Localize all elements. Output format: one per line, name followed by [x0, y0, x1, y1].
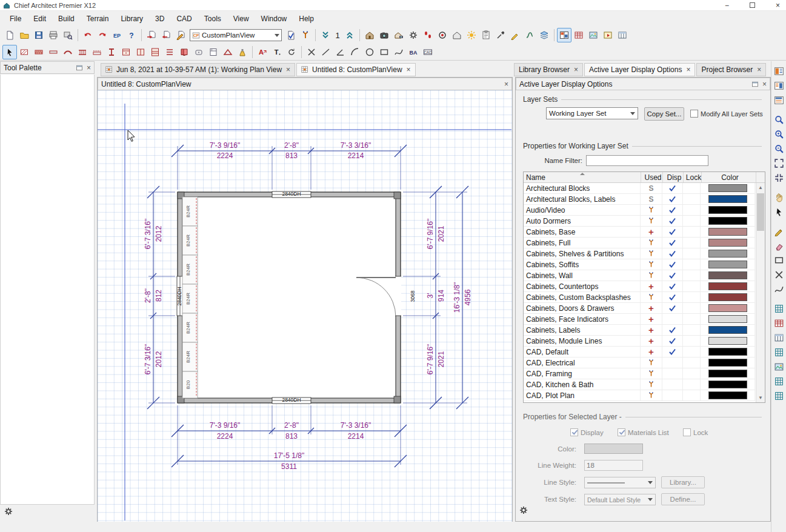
draw-line-button[interactable]: [319, 45, 333, 59]
layer-lock-cell[interactable]: [683, 194, 701, 204]
layer-disp-cell[interactable]: [662, 216, 683, 226]
layer-lock-cell[interactable]: [683, 183, 701, 193]
redo-button[interactable]: [95, 28, 110, 42]
maximize-button[interactable]: [750, 2, 755, 8]
panel-tab-2[interactable]: Project Browser×: [696, 63, 766, 76]
layer-disp-cell[interactable]: [662, 205, 683, 215]
layer-used-cell[interactable]: S: [641, 183, 662, 193]
layer-name-cell[interactable]: Cabinets, Full: [524, 238, 641, 248]
layer-row[interactable]: Cabinets, Countertops+: [524, 281, 755, 292]
layer-color-cell[interactable]: [701, 292, 755, 302]
side-delete-objects-button[interactable]: [773, 268, 785, 281]
room-walls[interactable]: [178, 192, 401, 403]
column-button[interactable]: [104, 45, 119, 59]
close-drawing-window-icon[interactable]: ×: [504, 80, 508, 88]
layer-name-cell[interactable]: CAD, Electrical: [524, 357, 641, 368]
column-header-name[interactable]: Name: [524, 172, 641, 182]
menu-cad[interactable]: CAD: [170, 12, 198, 25]
help-button[interactable]: ?: [124, 28, 139, 42]
render-settings-button[interactable]: [406, 28, 421, 42]
saved-plan-view-options-button[interactable]: [284, 28, 298, 42]
layer-lock-cell[interactable]: [683, 325, 701, 335]
layer-color-cell[interactable]: [701, 281, 755, 291]
side-zoom-in-button[interactable]: [773, 128, 785, 141]
layer-color-cell[interactable]: [701, 336, 755, 346]
side-reference-grid-button[interactable]: [773, 302, 785, 315]
layer-lock-cell[interactable]: [683, 270, 701, 281]
layer-name-cell[interactable]: Cabinets, Custom Backsplashes: [524, 292, 641, 302]
close-tab-icon[interactable]: ×: [686, 65, 690, 74]
text-tool-button[interactable]: A: [255, 45, 270, 59]
layer-name-cell[interactable]: CAD, Framing: [524, 368, 641, 379]
scrollbar-thumb[interactable]: [757, 193, 764, 231]
layer-used-cell[interactable]: [641, 259, 662, 270]
layer-name-cell[interactable]: Cabinets, Face Indicators: [524, 314, 641, 324]
down-one-floor-button[interactable]: [318, 28, 333, 42]
side-library-browser-button[interactable]: [773, 79, 785, 92]
layer-disp-cell[interactable]: [662, 390, 683, 401]
layer-row[interactable]: Cabinets, Doors & Drawers+: [524, 303, 755, 314]
adjust-sunlight-button[interactable]: [464, 28, 479, 42]
side-plan-display-options-button[interactable]: [773, 65, 785, 78]
layer-disp-cell[interactable]: [662, 238, 683, 248]
layer-color-cell[interactable]: [701, 205, 755, 215]
text-rotate-tool-button[interactable]: [284, 45, 299, 59]
layer-name-cell[interactable]: Cabinets, Doors & Drawers: [524, 303, 641, 313]
layer-lock-cell[interactable]: [683, 357, 701, 368]
float-panel-icon[interactable]: [751, 81, 759, 88]
layer-row[interactable]: CAD, Electrical: [524, 357, 755, 368]
layer-color-cell[interactable]: [701, 390, 755, 401]
line-style-select[interactable]: [584, 477, 656, 488]
menu-library[interactable]: Library: [115, 12, 149, 25]
side-schedule-button[interactable]: [773, 317, 785, 330]
railing-button[interactable]: [75, 45, 90, 59]
tool-palette-settings-gear[interactable]: [4, 507, 15, 517]
active-layer-options-toggle-button[interactable]: [298, 28, 313, 42]
layer-name-cell[interactable]: Cabinets, Shelves & Partitions: [524, 248, 641, 259]
layer-color-cell[interactable]: [701, 379, 755, 390]
layer-color-cell[interactable]: [701, 357, 755, 368]
panel-tab-0[interactable]: Library Browser×: [514, 63, 583, 76]
layer-row[interactable]: Auto Dormers: [524, 216, 755, 227]
record-walkthrough-button[interactable]: [435, 28, 450, 42]
color-eyedropper-button[interactable]: [493, 28, 508, 42]
layer-disp-cell[interactable]: [662, 368, 683, 379]
side-rect-select-button[interactable]: [773, 254, 785, 267]
exterior-wall-button[interactable]: [32, 45, 46, 59]
layer-set-select[interactable]: Working Layer Set: [546, 107, 638, 119]
close-tab-icon[interactable]: ×: [407, 65, 411, 74]
layer-color-cell[interactable]: [701, 238, 755, 248]
base-cabinet-button[interactable]: [119, 45, 133, 59]
layer-disp-cell[interactable]: [662, 347, 683, 357]
copy-set-button[interactable]: Copy Set...: [644, 107, 684, 121]
draw-angle-line-button[interactable]: [333, 45, 348, 59]
define-button[interactable]: Define...: [661, 493, 705, 505]
doll-house-view-button[interactable]: [450, 28, 464, 42]
close-layer-panel-icon[interactable]: ×: [762, 80, 767, 88]
fixture-tool-button[interactable]: [192, 45, 206, 59]
side-components-button[interactable]: [773, 331, 785, 344]
layer-used-cell[interactable]: +: [641, 227, 662, 237]
layer-lock-cell[interactable]: [683, 336, 701, 346]
menu-3d[interactable]: 3D: [149, 12, 170, 25]
library-button[interactable]: Library...: [661, 476, 705, 488]
window-top[interactable]: 2840DH: [272, 191, 311, 198]
layer-used-cell[interactable]: +: [641, 314, 662, 324]
name-filter-input[interactable]: [586, 155, 708, 166]
side-select-button[interactable]: [773, 205, 785, 218]
export-plan-view-button[interactable]: [144, 28, 159, 42]
scroll-down-icon[interactable]: ▼: [756, 393, 765, 402]
layer-disp-cell[interactable]: [662, 325, 683, 335]
table-scrollbar[interactable]: ▲ ▼: [756, 183, 765, 402]
appliance-tool-button[interactable]: [206, 45, 221, 59]
menu-terrain[interactable]: Terrain: [81, 12, 115, 25]
rich-text-tool-button[interactable]: T: [270, 45, 284, 59]
layer-used-cell[interactable]: +: [641, 281, 662, 291]
side-zoom-out-button[interactable]: [773, 142, 785, 155]
layer-used-cell[interactable]: [641, 216, 662, 226]
side-project-browser-button[interactable]: [773, 94, 785, 107]
layer-disp-cell[interactable]: [662, 183, 683, 193]
half-wall-button[interactable]: [90, 45, 104, 59]
layer-row[interactable]: CAD, Framing: [524, 368, 755, 379]
layer-name-cell[interactable]: Cabinets, Labels: [524, 325, 641, 335]
